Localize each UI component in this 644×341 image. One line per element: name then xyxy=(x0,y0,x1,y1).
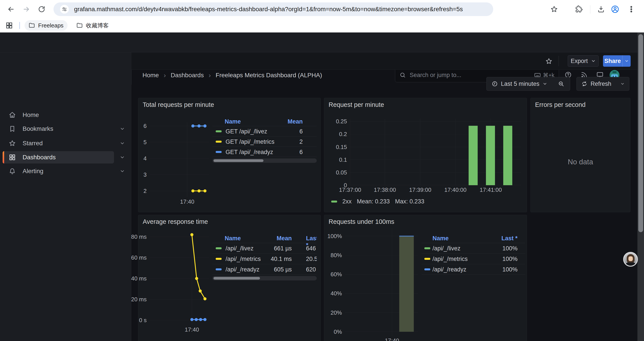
sidebar-item-dashboards[interactable]: Dashboards xyxy=(0,151,131,163)
refresh-icon xyxy=(581,81,588,87)
panel-title[interactable]: Request per minute xyxy=(328,101,384,108)
scrollbar-thumb[interactable] xyxy=(214,277,260,279)
share-button[interactable]: Share xyxy=(603,55,622,67)
legend-header-name[interactable]: Name xyxy=(432,235,449,242)
refresh-button[interactable]: Refresh xyxy=(576,77,616,91)
y-axis-tick: 3 xyxy=(144,171,147,178)
floating-assistant-avatar[interactable] xyxy=(623,252,638,267)
profile-button[interactable] xyxy=(609,3,621,15)
folder-icon xyxy=(28,22,35,29)
timeseries-chart[interactable]: 80 ms60 ms40 ms20 ms0 s17:40 xyxy=(150,228,209,325)
timeseries-chart[interactable]: 100%80%60%40%20%0%17:40 xyxy=(345,228,418,336)
downloads-button[interactable] xyxy=(595,3,607,15)
legend-row[interactable]: /api/_/metrics 100% xyxy=(422,253,525,264)
x-axis-tick: 17:37:00 xyxy=(339,187,361,193)
url-input[interactable] xyxy=(74,6,486,13)
sidebar-item-home[interactable]: Home xyxy=(0,109,131,121)
legend-header-last[interactable]: Last * xyxy=(501,235,518,242)
panel-title[interactable]: Average response time xyxy=(143,218,208,225)
legend-header-name[interactable]: Name xyxy=(225,118,241,125)
clock-icon xyxy=(492,81,498,87)
legend-row[interactable]: /api/_/metrics 40.1 ms 20.5 ms xyxy=(212,253,317,264)
sidebar-item-alerting[interactable]: Alerting xyxy=(0,165,131,177)
reload-button[interactable] xyxy=(36,3,48,15)
y-axis-tick: 0.05 xyxy=(336,169,347,176)
legend-row[interactable]: GET /api/_/livez 6 xyxy=(212,126,317,136)
chevron-down-icon[interactable] xyxy=(120,169,125,174)
bookmarks-divider xyxy=(19,22,20,29)
legend-row[interactable]: GET /api/_/readyz 6 xyxy=(212,147,317,157)
legend-row[interactable]: /api/_/livez 100% xyxy=(422,243,525,253)
series-color-pill xyxy=(424,258,430,260)
panel-total-requests: Total requests per minute 6543217:40 Nam… xyxy=(138,98,321,212)
profile-icon xyxy=(611,5,619,13)
sidebar-item-bookmarks[interactable]: Bookmarks xyxy=(0,123,131,135)
time-range-picker[interactable]: Last 5 minutes xyxy=(486,77,552,91)
panel-title[interactable]: Requests under 100ms xyxy=(328,218,394,225)
chevron-down-icon[interactable] xyxy=(120,126,125,131)
scrollbar-thumb[interactable] xyxy=(638,34,643,232)
series-name[interactable]: 2xx xyxy=(342,198,352,205)
forward-button[interactable] xyxy=(20,3,32,15)
forward-icon xyxy=(22,5,30,13)
favorite-dashboard-button[interactable] xyxy=(545,58,552,65)
chevron-down-icon[interactable] xyxy=(120,155,125,160)
legend-table: Name Mean Last * /api/_/livez 661 µs 646… xyxy=(212,233,317,280)
y-axis-tick: 80 ms xyxy=(131,233,147,240)
series-max: Max: 0.233 xyxy=(395,198,424,205)
page-scrollbar[interactable] xyxy=(638,33,644,341)
x-axis-tick: 17:40 xyxy=(180,198,194,205)
legend-row[interactable]: /api/_/livez 661 µs 646 µs xyxy=(212,243,317,253)
series-mean: Mean: 0.233 xyxy=(357,198,390,205)
export-button[interactable]: Export xyxy=(568,55,599,67)
toolbar-divider xyxy=(558,56,559,66)
browser-menu-button[interactable] xyxy=(625,3,638,15)
panel-title[interactable]: Errors per second xyxy=(535,101,586,108)
bookmark-folder-freeleaps[interactable]: Freeleaps xyxy=(24,20,68,31)
bookmark-folder-blogs[interactable]: 收藏博客 xyxy=(72,20,113,31)
apps-grid-icon xyxy=(5,22,13,30)
x-axis-tick: 17:39:00 xyxy=(409,187,432,193)
apps-button[interactable] xyxy=(3,19,15,32)
legend-row[interactable]: /api/_/readyz 605 µs 620 µs xyxy=(212,264,317,274)
legend-header-row: Name Mean Last * xyxy=(212,233,317,243)
dashboards-grid-icon xyxy=(9,154,16,161)
legend-header-row: Name Last * xyxy=(422,233,525,243)
chevron-down-icon[interactable] xyxy=(120,141,125,146)
legend-header-mean[interactable]: Mean xyxy=(277,235,292,242)
legend-header-name[interactable]: Name xyxy=(225,235,241,242)
refresh-interval-button[interactable] xyxy=(616,77,629,91)
legend-row[interactable]: /api/_/readyz 100% xyxy=(422,264,525,274)
star-icon xyxy=(550,6,558,13)
legend-row[interactable]: GET /api/_/metrics 2 xyxy=(212,136,317,147)
legend-header-mean[interactable]: Mean xyxy=(288,118,303,125)
timeseries-chart[interactable]: 6543217:40 xyxy=(150,122,209,197)
panel-average-response-time: Average response time 80 ms60 ms40 ms20 … xyxy=(138,215,321,341)
share-menu-button[interactable] xyxy=(622,55,631,67)
y-axis-tick: 80% xyxy=(330,252,342,259)
series-color-pill xyxy=(331,201,337,203)
series-color-pill xyxy=(216,130,222,132)
legend-horizontal-scrollbar[interactable] xyxy=(212,276,317,280)
y-axis-tick: 0.25 xyxy=(336,118,347,125)
panel-title[interactable]: Total requests per minute xyxy=(143,101,214,108)
back-button[interactable] xyxy=(5,3,17,15)
bell-icon xyxy=(9,168,16,175)
extensions-button[interactable] xyxy=(573,3,585,15)
x-axis-tick: 17:41:00 xyxy=(480,187,502,193)
chevron-down-icon xyxy=(542,81,547,86)
panel-request-per-minute: Request per minute 0.250.20.150.10.05017… xyxy=(324,98,527,212)
bookmark-label: 收藏博客 xyxy=(86,22,109,30)
omnibox[interactable] xyxy=(54,3,493,16)
legend-horizontal-scrollbar[interactable] xyxy=(212,158,317,163)
breadcrumb-home[interactable]: Home xyxy=(142,72,159,79)
bookmark-star-button[interactable] xyxy=(548,3,560,15)
scrollbar-thumb[interactable] xyxy=(214,159,264,162)
bar-chart[interactable]: 0.250.20.150.10.05017:37:0017:38:0017:39… xyxy=(350,119,521,185)
sidebar-item-starred[interactable]: Starred xyxy=(0,137,131,149)
zoom-out-button[interactable] xyxy=(552,77,570,91)
sidebar-nav: Home Bookmarks Starred Dashboards Alerti… xyxy=(0,53,131,341)
breadcrumb-dashboards[interactable]: Dashboards xyxy=(171,72,204,79)
y-axis-tick: 40% xyxy=(330,290,342,297)
site-settings-icon[interactable] xyxy=(60,5,69,14)
